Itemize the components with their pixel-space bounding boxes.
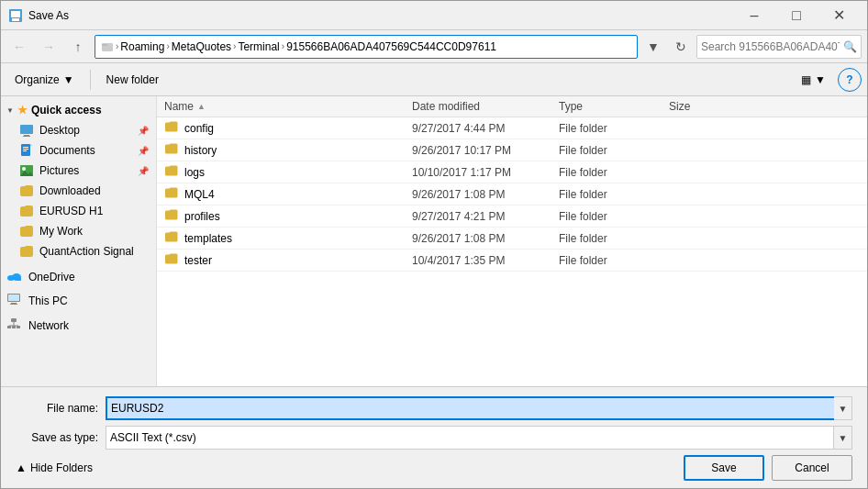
window-icon xyxy=(8,8,23,23)
svg-rect-5 xyxy=(20,125,33,134)
thispc-header[interactable]: This PC xyxy=(1,289,156,312)
file-row-date: 10/4/2017 1:35 PM xyxy=(412,254,559,267)
file-row-date: 9/26/2017 10:17 PM xyxy=(412,144,559,157)
folder-icon xyxy=(164,252,179,268)
file-row-name: history xyxy=(164,142,412,158)
breadcrumb-terminal[interactable]: Terminal xyxy=(238,40,279,53)
svg-rect-9 xyxy=(23,147,28,148)
desktop-icon xyxy=(19,123,34,138)
filetype-select[interactable]: ASCII Text (*.csv) xyxy=(106,426,834,450)
breadcrumb-roaming[interactable]: Roaming xyxy=(120,40,164,53)
table-row[interactable]: config 9/27/2017 4:44 PM File folder xyxy=(157,117,867,139)
file-row-name: config xyxy=(164,120,412,136)
filename-dropdown-button[interactable]: ▼ xyxy=(834,396,852,420)
dropdown-button[interactable]: ▼ xyxy=(641,35,665,59)
sidebar-item-eurusdh1[interactable]: EURUSD H1 xyxy=(1,201,156,221)
svg-rect-7 xyxy=(23,136,30,137)
svg-rect-6 xyxy=(24,135,29,136)
hide-folders-button[interactable]: ▲ Hide Folders xyxy=(16,461,93,474)
table-row[interactable]: logs 10/10/2017 1:17 PM File folder xyxy=(157,161,867,183)
save-button[interactable]: Save xyxy=(684,455,764,481)
toolbar-separator xyxy=(90,70,91,90)
network-header[interactable]: Network xyxy=(1,314,156,337)
main-content: ▼ ★ Quick access Desktop 📌 Documents 📌 xyxy=(1,96,867,386)
table-row[interactable]: templates 9/26/2017 1:08 PM File folder xyxy=(157,228,867,250)
sidebar-item-pictures-label: Pictures xyxy=(39,164,132,177)
view-chevron-icon: ▼ xyxy=(815,73,826,86)
documents-pin-icon: 📌 xyxy=(138,146,149,156)
refresh-button[interactable]: ↻ xyxy=(669,35,693,59)
quick-access-chevron-icon: ▼ xyxy=(6,106,14,115)
svg-rect-22 xyxy=(10,304,17,305)
breadcrumb-metaquotes[interactable]: MetaQuotes xyxy=(172,40,231,53)
search-box[interactable]: 🔍 xyxy=(696,35,862,59)
desktop-pin-icon: 📌 xyxy=(138,126,149,136)
folder-icon xyxy=(164,120,179,136)
eurusdh1-folder-icon xyxy=(19,204,34,218)
filetype-dropdown-button[interactable]: ▼ xyxy=(834,426,852,450)
sidebar-item-downloaded-label: Downloaded xyxy=(39,184,149,197)
filename-input[interactable] xyxy=(106,396,834,420)
window-title: Save As xyxy=(28,9,733,22)
sidebar-item-desktop-label: Desktop xyxy=(39,124,132,137)
table-row[interactable]: profiles 9/27/2017 4:21 PM File folder xyxy=(157,206,867,228)
filetype-combo: ASCII Text (*.csv) ▼ xyxy=(106,426,852,450)
help-button[interactable]: ? xyxy=(838,68,862,92)
table-row[interactable]: tester 10/4/2017 1:35 PM File folder xyxy=(157,250,867,272)
toolbar-right: ▦ ▼ ? xyxy=(793,68,862,92)
col-name-header[interactable]: Name ▲ xyxy=(164,100,412,113)
downloaded-folder-icon xyxy=(19,183,34,198)
table-row[interactable]: history 9/26/2017 10:17 PM File folder xyxy=(157,139,867,161)
bottom-area: File name: ▼ Save as type: ASCII Text (*… xyxy=(1,386,867,488)
onedrive-header[interactable]: OneDrive xyxy=(1,267,156,287)
svg-marker-12 xyxy=(30,144,32,146)
svg-rect-23 xyxy=(11,318,17,322)
breadcrumb[interactable]: › Roaming › MetaQuotes › Terminal › 9155… xyxy=(95,35,638,59)
sidebar-item-mywork[interactable]: My Work xyxy=(1,221,156,241)
sidebar: ▼ ★ Quick access Desktop 📌 Documents 📌 xyxy=(1,96,157,386)
quantaction-folder-icon xyxy=(19,244,34,259)
file-list-header: Name ▲ Date modified Type Size xyxy=(157,96,867,117)
minimize-button[interactable]: – xyxy=(733,1,775,30)
search-icon: 🔍 xyxy=(843,40,857,53)
svg-rect-1 xyxy=(11,11,20,17)
save-as-dialog: Save As – □ ✕ ← → ↑ › Roaming › MetaQuot… xyxy=(0,0,868,489)
sidebar-item-eurusdh1-label: EURUSD H1 xyxy=(39,205,149,217)
svg-rect-10 xyxy=(23,149,28,150)
close-button[interactable]: ✕ xyxy=(818,1,860,30)
view-button[interactable]: ▦ ▼ xyxy=(793,68,834,92)
action-buttons: Save Cancel xyxy=(684,455,852,481)
table-row[interactable]: MQL4 9/26/2017 1:08 PM File folder xyxy=(157,183,867,206)
sidebar-item-quantaction[interactable]: QuantAction Signal xyxy=(1,241,156,261)
svg-rect-20 xyxy=(8,295,19,301)
maximize-button[interactable]: □ xyxy=(775,1,818,30)
svg-rect-11 xyxy=(23,150,27,151)
pictures-pin-icon: 📌 xyxy=(138,166,149,176)
sidebar-item-documents-label: Documents xyxy=(39,144,132,157)
file-row-date: 10/10/2017 1:17 PM xyxy=(412,166,559,179)
folder-icon xyxy=(164,142,179,158)
back-button[interactable]: ← xyxy=(6,35,32,59)
col-date-header: Date modified xyxy=(412,100,559,113)
folder-icon xyxy=(164,186,179,202)
up-button[interactable]: ↑ xyxy=(65,35,91,59)
breadcrumb-guid[interactable]: 915566BA06ADA407569C544CC0D97611 xyxy=(286,40,496,53)
col-type-header: Type xyxy=(559,100,669,113)
sidebar-item-pictures[interactable]: Pictures 📌 xyxy=(1,161,156,181)
sidebar-item-downloaded[interactable]: Downloaded xyxy=(1,181,156,201)
file-rows-container: config 9/27/2017 4:44 PM File folder his… xyxy=(157,117,867,272)
forward-button[interactable]: → xyxy=(36,35,61,59)
search-input[interactable] xyxy=(701,40,840,53)
organize-button[interactable]: Organize ▼ xyxy=(6,68,83,92)
toolbar: Organize ▼ New folder ▦ ▼ ? xyxy=(1,63,867,96)
sidebar-item-documents[interactable]: Documents 📌 xyxy=(1,140,156,161)
file-row-date: 9/27/2017 4:44 PM xyxy=(412,122,559,135)
svg-rect-8 xyxy=(21,144,30,156)
filename-combo: ▼ xyxy=(106,396,852,420)
new-folder-button[interactable]: New folder xyxy=(98,68,167,92)
sidebar-item-desktop[interactable]: Desktop 📌 xyxy=(1,120,156,140)
quick-access-header[interactable]: ▼ ★ Quick access xyxy=(1,100,156,120)
cancel-button[interactable]: Cancel xyxy=(772,455,852,481)
file-row-date: 9/26/2017 1:08 PM xyxy=(412,232,559,245)
folder-icon xyxy=(164,230,179,246)
